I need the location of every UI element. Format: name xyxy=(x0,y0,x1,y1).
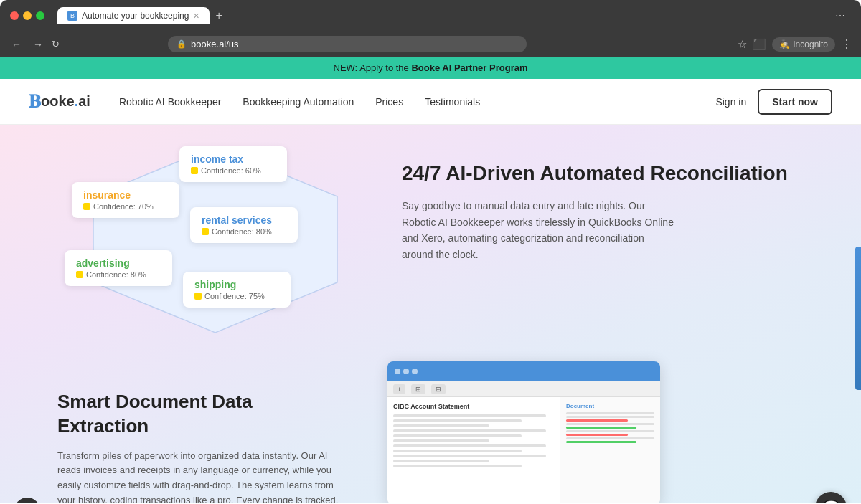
doc-line-7 xyxy=(393,444,546,447)
doc-dot-1 xyxy=(395,369,400,374)
confidence-icon-rental xyxy=(202,228,209,235)
lock-icon: 🔒 xyxy=(177,39,187,49)
nav-link-robotic-bookkeeper[interactable]: Robotic AI Bookkeeper xyxy=(119,96,221,108)
incognito-icon: 🕵 xyxy=(779,39,790,49)
reconciliation-text-content: 24/7 AI-Driven Automated Reconciliation … xyxy=(402,139,804,262)
doc-right-line-3 xyxy=(566,423,654,425)
confidence-rental: Confidence: 80% xyxy=(202,227,286,236)
doc-line-1 xyxy=(393,414,546,417)
category-card-income-tax: income tax Confidence: 60% xyxy=(179,146,287,182)
doc-line-10 xyxy=(393,460,489,462)
minimize-button[interactable] xyxy=(23,11,32,20)
doc-btn-1[interactable]: + xyxy=(393,384,405,394)
logo[interactable]: 𝐁 ooke.ai xyxy=(29,90,90,113)
forward-button[interactable]: → xyxy=(30,37,46,52)
doc-right-amount-4 xyxy=(566,441,636,443)
doc-header xyxy=(387,361,660,381)
document-description: Transform piles of paperwork into organi… xyxy=(57,449,344,503)
new-tab-button[interactable]: + xyxy=(210,9,227,22)
refresh-button[interactable]: ↻ xyxy=(52,39,60,49)
doc-btn-3[interactable]: ⊟ xyxy=(431,384,446,394)
doc-right-amount-1 xyxy=(566,419,628,422)
announcement-bar: NEW: Apply to the Booke AI Partner Progr… xyxy=(0,57,861,79)
back-button[interactable]: ← xyxy=(9,37,24,52)
tab-favicon: B xyxy=(67,11,77,21)
doc-line-6 xyxy=(393,439,489,442)
confidence-advertising: Confidence: 80% xyxy=(76,270,161,279)
category-card-rental-services: rental services Confidence: 80% xyxy=(190,207,298,243)
website-content: NEW: Apply to the Booke AI Partner Progr… xyxy=(0,57,861,503)
doc-right-header: Document xyxy=(566,403,654,409)
logo-rest: ooke.ai xyxy=(41,93,90,110)
more-options-icon[interactable]: ⋮ xyxy=(841,37,852,51)
tab-bar: B Automate your bookkeeping ✕ + xyxy=(57,7,828,24)
doc-right-line-5 xyxy=(566,437,654,439)
confidence-icon-insurance xyxy=(83,203,90,210)
doc-right-line-1 xyxy=(566,412,654,414)
doc-line-3 xyxy=(393,424,489,427)
extensions-icon[interactable]: ⬛ xyxy=(753,38,766,51)
doc-line-5 xyxy=(393,434,522,437)
tab-title: Automate your bookkeeping xyxy=(82,11,189,21)
announcement-prefix: NEW: xyxy=(334,62,358,73)
nav-actions: Sign in Start now xyxy=(715,89,832,115)
logo-b: 𝐁 xyxy=(29,90,41,113)
category-card-advertising: advertising Confidence: 80% xyxy=(65,250,172,286)
right-accent-bar xyxy=(855,247,861,390)
doc-toolbar: + ⊞ ⊟ xyxy=(387,381,660,397)
category-name-advertising: advertising xyxy=(76,257,161,269)
doc-btn-2[interactable]: ⊞ xyxy=(411,384,425,394)
close-button[interactable] xyxy=(10,11,19,20)
incognito-label: Incognito xyxy=(793,39,828,49)
doc-header-dots xyxy=(395,369,418,374)
browser-chrome: B Automate your bookkeeping ✕ + ⋯ ← → ↻ … xyxy=(0,0,861,57)
main-nav: 𝐁 ooke.ai Robotic AI Bookkeeper Bookkeep… xyxy=(0,79,861,125)
document-screenshot: + ⊞ ⊟ CIBC Account Statement xyxy=(387,361,660,503)
document-title: Smart Document Data Extraction xyxy=(57,390,344,439)
nav-links: Robotic AI Bookkeeper Bookkeeping Automa… xyxy=(119,96,715,108)
category-card-insurance: insurance Confidence: 70% xyxy=(72,182,179,218)
nav-link-testimonials[interactable]: Testimonials xyxy=(425,96,480,108)
doc-dot-3 xyxy=(412,369,418,374)
nav-link-prices[interactable]: Prices xyxy=(375,96,403,108)
doc-line-2 xyxy=(393,419,522,422)
doc-line-4 xyxy=(393,429,546,432)
reconciliation-title: 24/7 AI-Driven Automated Reconciliation xyxy=(402,161,804,186)
doc-bank-statement-label: CIBC Account Statement xyxy=(393,403,554,410)
browser-actions: ☆ ⬛ 🕵 Incognito ⋮ xyxy=(738,37,852,52)
doc-right-panel: Document xyxy=(560,397,660,503)
category-name-shipping: shipping xyxy=(194,279,279,290)
window-controls: ⋯ xyxy=(835,10,851,22)
browser-tab-active[interactable]: B Automate your bookkeeping ✕ xyxy=(57,7,210,24)
doc-right-line-2 xyxy=(566,416,654,418)
sign-in-link[interactable]: Sign in xyxy=(715,96,746,108)
partner-program-link[interactable]: Booke AI Partner Program xyxy=(411,62,527,73)
reconciliation-description: Say goodbye to manual data entry and lat… xyxy=(402,198,674,262)
main-content: insurance Confidence: 70% advertising Co… xyxy=(0,125,861,503)
maximize-button[interactable] xyxy=(36,11,44,20)
doc-right-amount-2 xyxy=(566,427,636,429)
doc-body: CIBC Account Statement xyxy=(387,397,660,503)
doc-right-amount-3 xyxy=(566,434,628,436)
incognito-indicator: 🕵 Incognito xyxy=(772,37,835,52)
address-bar[interactable]: 🔒 booke.ai/us xyxy=(168,36,527,52)
doc-line-9 xyxy=(393,455,546,457)
categorization-viz: insurance Confidence: 70% advertising Co… xyxy=(57,139,359,340)
document-text-content: Smart Document Data Extraction Transform… xyxy=(57,376,344,503)
section-reconciliation: insurance Confidence: 70% advertising Co… xyxy=(0,125,861,354)
tab-close-icon[interactable]: ✕ xyxy=(193,11,199,21)
category-name-insurance: insurance xyxy=(83,189,168,201)
confidence-shipping: Confidence: 75% xyxy=(194,292,279,300)
category-name-income-tax: income tax xyxy=(191,153,276,165)
doc-right-line-4 xyxy=(566,430,654,432)
nav-link-bookkeeping-automation[interactable]: Bookkeeping Automation xyxy=(243,96,354,108)
start-now-button[interactable]: Start now xyxy=(758,89,832,115)
browser-toolbar: ← → ↻ 🔒 booke.ai/us ☆ ⬛ 🕵 Incognito ⋮ xyxy=(0,32,861,57)
bookmark-icon[interactable]: ☆ xyxy=(738,38,747,51)
traffic-lights xyxy=(10,11,44,20)
confidence-icon-shipping xyxy=(194,293,202,300)
doc-dot-2 xyxy=(403,369,409,374)
announcement-text: Apply to the xyxy=(359,62,411,73)
confidence-icon-advertising xyxy=(76,271,83,278)
browser-titlebar: B Automate your bookkeeping ✕ + ⋯ xyxy=(0,0,861,32)
